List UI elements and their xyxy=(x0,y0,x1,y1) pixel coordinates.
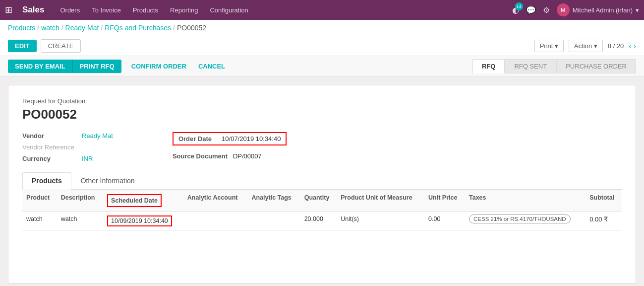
th-description: Description xyxy=(57,190,103,212)
confirm-order-button[interactable]: CONFIRM ORDER xyxy=(125,60,192,73)
breadcrumb-current: PO00052 xyxy=(177,24,206,32)
cell-uom: Unit(s) xyxy=(337,212,424,231)
vendor-ref-label: Vendor Reference xyxy=(22,143,77,151)
cancel-button[interactable]: CANCEL xyxy=(192,60,231,73)
status-tab-purchase-order[interactable]: PURCHASE ORDER xyxy=(556,59,636,73)
toolbar: EDIT CREATE Print ▾ Action ▾ 8 / 20 ‹ › xyxy=(0,36,644,56)
nav-products[interactable]: Products xyxy=(131,6,160,14)
prev-arrow[interactable]: ‹ xyxy=(629,42,631,51)
activity-icon[interactable]: ◐ 14 xyxy=(512,5,519,15)
breadcrumb-watch[interactable]: watch xyxy=(41,24,59,32)
grid-icon[interactable]: ⊞ xyxy=(5,4,12,15)
status-tabs: RFQ RFQ SENT PURCHASE ORDER xyxy=(472,59,636,73)
form-card: Request for Quotation PO00052 Vendor Rea… xyxy=(8,85,636,284)
th-unit-price: Unit Price xyxy=(424,190,465,212)
nav-arrows: ‹ › xyxy=(629,42,636,51)
order-date-field: Order Date 10/07/2019 10:34:40 xyxy=(173,132,287,145)
th-subtotal: Subtotal xyxy=(585,190,622,212)
user-avatar: M xyxy=(557,3,570,16)
settings-icon[interactable]: ⚙ xyxy=(543,5,550,15)
vendor-value[interactable]: Ready Mat xyxy=(82,132,113,140)
currency-label: Currency xyxy=(22,155,77,162)
tab-other-info[interactable]: Other Information xyxy=(71,172,144,189)
breadcrumb-products[interactable]: Products xyxy=(8,24,35,32)
cell-taxes: CESS 21% or RS.4170/THOUSAND xyxy=(465,212,585,231)
breadcrumb: Products / watch / Ready Mat / RFQs and … xyxy=(0,20,644,36)
app-title: Sales xyxy=(22,5,44,15)
chat-icon[interactable]: 💬 xyxy=(526,5,536,15)
th-product: Product xyxy=(22,190,57,212)
form-title: PO00052 xyxy=(22,107,622,122)
table-row[interactable]: watch watch 10/09/2019 10:34:40 20.000 U… xyxy=(22,212,622,231)
form-fields-row: Vendor Ready Mat Vendor Reference Curren… xyxy=(22,132,622,162)
user-name: Mitchell Admin (irfan) xyxy=(573,6,633,14)
cell-analytic-tags xyxy=(247,212,300,231)
currency-field: Currency INR xyxy=(22,155,113,162)
vendor-field: Vendor Ready Mat xyxy=(22,132,113,140)
scheduled-date-value: 10/09/2019 10:34:40 xyxy=(107,215,172,226)
vendor-label: Vendor xyxy=(22,132,77,140)
form-subtitle: Request for Quotation xyxy=(22,97,622,105)
table-header-row: Product Description Scheduled Date Analy… xyxy=(22,190,622,212)
tax-badge: CESS 21% or RS.4170/THOUSAND xyxy=(469,214,571,223)
vendor-ref-field: Vendor Reference xyxy=(22,143,113,151)
form-right-col: Order Date 10/07/2019 10:34:40 Source Do… xyxy=(173,132,287,162)
cell-quantity: 20.000 xyxy=(300,212,337,231)
nav-reporting[interactable]: Reporting xyxy=(168,6,200,14)
tab-products[interactable]: Products xyxy=(22,172,71,190)
page-info: 8 / 20 xyxy=(608,42,624,50)
toolbar-right: Print ▾ Action ▾ 8 / 20 ‹ › xyxy=(534,40,636,52)
main-content: Request for Quotation PO00052 Vendor Rea… xyxy=(0,77,644,286)
user-dropdown-icon[interactable]: ▾ xyxy=(636,6,639,14)
nav-right-section: ◐ 14 💬 ⚙ M Mitchell Admin (irfan) ▾ xyxy=(512,3,639,16)
product-tabs: Products Other Information xyxy=(22,172,622,190)
edit-button[interactable]: EDIT xyxy=(8,40,37,52)
th-analytic-tags: Analytic Tags xyxy=(247,190,300,212)
action-bar: SEND BY EMAIL PRINT RFQ CONFIRM ORDER CA… xyxy=(0,56,644,77)
cell-unit-price: 0.00 xyxy=(424,212,465,231)
top-navigation: ⊞ Sales Orders To Invoice Products Repor… xyxy=(0,0,644,20)
create-button[interactable]: CREATE xyxy=(41,39,81,53)
th-scheduled-date: Scheduled Date xyxy=(103,190,183,212)
th-taxes: Taxes xyxy=(465,190,585,212)
cell-scheduled-date: 10/09/2019 10:34:40 xyxy=(103,212,183,231)
cell-subtotal: 0.00 ₹ xyxy=(585,212,622,231)
breadcrumb-rfqs[interactable]: RFQs and Purchases xyxy=(105,24,171,32)
nav-configuration[interactable]: Configuration xyxy=(208,6,250,14)
order-date-box: Order Date 10/07/2019 10:34:40 xyxy=(173,132,287,145)
breadcrumb-readymat[interactable]: Ready Mat xyxy=(65,24,99,32)
order-date-label: Order Date xyxy=(178,135,212,143)
nav-orders[interactable]: Orders xyxy=(58,6,82,14)
status-tab-rfq[interactable]: RFQ xyxy=(472,59,505,73)
send-email-button[interactable]: SEND BY EMAIL xyxy=(8,60,72,73)
status-tab-rfq-sent[interactable]: RFQ SENT xyxy=(505,59,556,73)
order-date-value[interactable]: 10/07/2019 10:34:40 xyxy=(222,135,281,143)
cell-description: watch xyxy=(57,212,103,231)
print-button[interactable]: Print ▾ xyxy=(534,40,564,52)
nav-to-invoice[interactable]: To Invoice xyxy=(90,6,123,14)
user-menu[interactable]: M Mitchell Admin (irfan) ▾ xyxy=(557,3,639,16)
form-left-col: Vendor Ready Mat Vendor Reference Curren… xyxy=(22,132,113,162)
source-doc-label: Source Document xyxy=(173,152,228,160)
cell-product: watch xyxy=(22,212,57,231)
th-quantity: Quantity xyxy=(300,190,337,212)
cell-analytic-account xyxy=(183,212,248,231)
print-rfq-button[interactable]: PRINT RFQ xyxy=(72,60,121,73)
next-arrow[interactable]: › xyxy=(634,42,636,51)
products-table: Product Description Scheduled Date Analy… xyxy=(22,190,622,231)
action-button[interactable]: Action ▾ xyxy=(569,40,603,52)
source-doc-field: Source Document OP/00007 xyxy=(173,152,287,160)
source-doc-value: OP/00007 xyxy=(233,152,262,160)
currency-value[interactable]: INR xyxy=(82,155,93,162)
activity-badge: 14 xyxy=(515,2,523,10)
th-analytic-account: Analytic Account xyxy=(183,190,248,212)
th-uom: Product Unit of Measure xyxy=(337,190,424,212)
